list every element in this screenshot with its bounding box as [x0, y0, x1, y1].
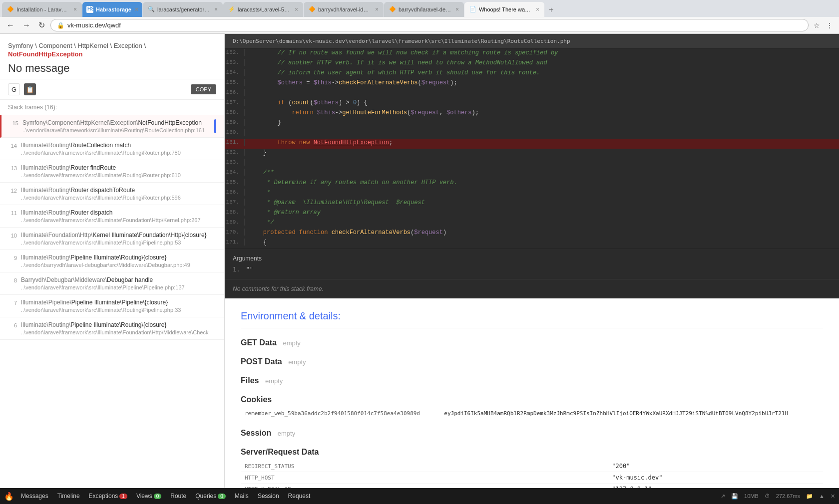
- queries-badge: 0: [218, 494, 226, 499]
- tab-3[interactable]: 🔍 laracasts/generators - N... ×: [143, 2, 223, 17]
- code-line-162: 162. }: [225, 149, 839, 159]
- frame-num-14: 14: [8, 143, 17, 156]
- stack-frame-14[interactable]: 14 Illuminate\Routing\RouteCollection ma…: [0, 138, 224, 160]
- folder-icon[interactable]: 📁: [806, 493, 813, 500]
- tab-label-3: laracasts/generators - N...: [157, 6, 211, 12]
- frame-method-13: Router findRoute: [70, 164, 116, 171]
- stack-frame-12[interactable]: 12 Illuminate\Routing\Router dispatchToR…: [0, 183, 224, 205]
- arg-val-1: "": [246, 266, 253, 273]
- tab-close-5[interactable]: ×: [375, 6, 379, 13]
- tab-close-2[interactable]: ×: [135, 6, 138, 13]
- frame-num-10: 10: [8, 233, 17, 246]
- frame-title-8: Barryvdh\Debugbar\Middleware\Debugbar ha…: [21, 276, 216, 283]
- tab-close-3[interactable]: ×: [214, 6, 218, 13]
- frame-method-9: Pipeline Illuminate\Routing\{closure}: [70, 254, 166, 261]
- post-data-status: empty: [288, 358, 306, 366]
- tabs-bar: 🔶 Installation - Laravel - Th... × HS Ha…: [0, 2, 839, 17]
- frame-method-15: NotFoundHttpException: [138, 119, 201, 126]
- stack-frame-11[interactable]: 11 Illuminate\Routing\Router dispatch ..…: [0, 205, 224, 228]
- frame-content-10: Illuminate\Foundation\Http\Kernel Illumi…: [21, 232, 216, 246]
- tab-close-7[interactable]: ×: [536, 6, 539, 13]
- files-group: Files empty: [241, 376, 823, 385]
- tab-label-4: laracasts/Laravel-5-Gen...: [238, 6, 291, 12]
- menu-button[interactable]: ⋮: [824, 20, 835, 30]
- line-num-168: 168.: [225, 209, 245, 216]
- post-label-text: POST Data: [241, 357, 282, 366]
- copy-button[interactable]: COPY: [191, 84, 216, 94]
- line-num-167: 167.: [225, 199, 245, 206]
- back-button[interactable]: ←: [4, 20, 17, 31]
- reload-button[interactable]: ↻: [36, 19, 47, 31]
- tab-4[interactable]: ⚡ laracasts/Laravel-5-Gen... ×: [223, 2, 303, 17]
- line-num-159: 159.: [225, 119, 245, 126]
- tab-favicon-7: 📄: [469, 6, 476, 13]
- exception-tools: G 📋 COPY: [0, 79, 224, 100]
- stack-frame-13[interactable]: 13 Illuminate\Routing\Router findRoute .…: [0, 160, 224, 183]
- frame-ns-10: Illuminate\Foundation\Http\: [21, 232, 92, 239]
- tab-1[interactable]: 🔶 Installation - Laravel - Th... ×: [2, 2, 82, 17]
- tab-2[interactable]: HS Habrastorage ×: [82, 2, 142, 17]
- queries-label: Queries: [195, 493, 216, 500]
- timeline-button[interactable]: Timeline: [53, 491, 84, 502]
- address-bar[interactable]: 🔒 vk-music.dev/qwdf: [50, 19, 809, 31]
- stack-frame-7[interactable]: 7 Illuminate\Pipeline\Pipeline Illuminat…: [0, 295, 224, 317]
- line-num-166: 166.: [225, 189, 245, 196]
- cookies-table: remember_web_59ba36addc2b2f9401580f014c7…: [241, 408, 823, 419]
- mails-button[interactable]: Mails: [231, 491, 253, 502]
- stack-frame-9[interactable]: 9 Illuminate\Routing\Pipeline Illuminate…: [0, 250, 224, 272]
- tab-7[interactable]: 📄 Whoops! There was an e... ×: [464, 2, 544, 17]
- frame-num-12: 12: [8, 188, 17, 201]
- copy-icon[interactable]: 📋: [24, 83, 36, 95]
- no-comments: No comments for this stack frame.: [225, 279, 839, 298]
- line-num-153: 153.: [225, 59, 245, 66]
- stack-frame-6[interactable]: 6 Illuminate\Routing\Pipeline Illuminate…: [0, 317, 224, 340]
- frame-ns-7: Illuminate\Pipeline\: [21, 299, 71, 306]
- session-status: empty: [278, 430, 295, 437]
- messages-button[interactable]: Messages: [17, 491, 52, 502]
- frame-ns-14: Illuminate\Routing\: [21, 142, 70, 149]
- route-button[interactable]: Route: [166, 491, 190, 502]
- line-num-164: 164.: [225, 169, 245, 176]
- tab-6[interactable]: 🔶 barryvdh/laravel-debug... ×: [384, 2, 464, 17]
- server-row-redirect: REDIRECT_STATUS "200": [241, 461, 823, 472]
- frame-method-12: Router dispatchToRoute: [70, 187, 135, 194]
- new-tab-button[interactable]: +: [545, 3, 557, 17]
- argument-item-1: 1. "": [233, 266, 831, 273]
- forward-button[interactable]: →: [20, 20, 33, 31]
- frame-num-11: 11: [8, 210, 17, 223]
- server-val-realip: "127.0.0.1": [608, 484, 823, 489]
- left-panel: Symfony \ Component \ HttpKernel \ Excep…: [0, 34, 225, 488]
- frame-title-14: Illuminate\Routing\RouteCollection match: [21, 142, 216, 149]
- tab-5[interactable]: 🔶 barryvdh/laravel-ide-hel... ×: [304, 2, 384, 17]
- request-button[interactable]: Request: [284, 491, 315, 502]
- line-code-159: }: [249, 119, 281, 127]
- line-num-169: 169.: [225, 219, 245, 226]
- views-button[interactable]: Views0: [132, 491, 165, 502]
- session-group: Session empty: [241, 429, 823, 438]
- frame-file-7: ..\vendor\laravel\framework\src\Illumina…: [21, 307, 216, 313]
- exceptions-button[interactable]: Exceptions1: [85, 491, 131, 502]
- stack-frame-15[interactable]: 15 Symfony\Component\HttpKernel\Exceptio…: [0, 115, 224, 138]
- frame-content-11: Illuminate\Routing\Router dispatch ..\ve…: [21, 209, 216, 223]
- tab-close-6[interactable]: ×: [455, 6, 459, 13]
- google-icon[interactable]: G: [8, 83, 20, 95]
- close-debugbar-icon[interactable]: ✕: [831, 493, 835, 500]
- share-icon[interactable]: ↗: [721, 493, 725, 500]
- stack-frame-8[interactable]: 8 Barryvdh\Debugbar\Middleware\Debugbar …: [0, 272, 224, 295]
- frame-title-11: Illuminate\Routing\Router dispatch: [21, 209, 216, 216]
- code-line-159: 159. }: [225, 119, 839, 129]
- line-num-161: 161.: [225, 139, 245, 146]
- files-label: Files empty: [241, 376, 823, 385]
- main-content: Symfony \ Component \ HttpKernel \ Excep…: [0, 34, 839, 488]
- queries-button[interactable]: Queries0: [191, 491, 230, 502]
- bookmark-button[interactable]: ☆: [812, 20, 822, 30]
- stack-frame-10[interactable]: 10 Illuminate\Foundation\Http\Kernel Ill…: [0, 228, 224, 250]
- line-num-152: 152.: [225, 49, 245, 56]
- session-bottom-button[interactable]: Session: [254, 491, 283, 502]
- views-badge: 0: [154, 494, 162, 499]
- frame-file-8: ..\vendor\laravel\framework\src\Illumina…: [21, 284, 216, 290]
- expand-icon[interactable]: ▲: [819, 493, 825, 500]
- tab-close-1[interactable]: ×: [73, 6, 77, 13]
- tab-close-4[interactable]: ×: [295, 6, 298, 13]
- line-code-162: }: [249, 149, 267, 157]
